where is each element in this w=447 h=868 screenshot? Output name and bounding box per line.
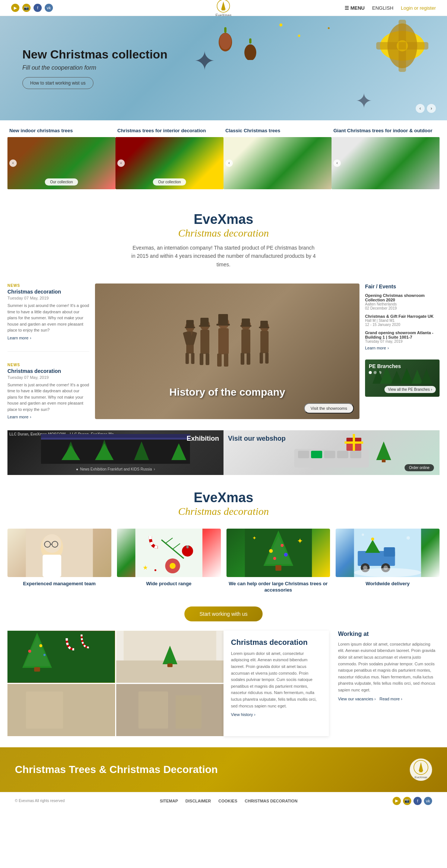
news-tag-0: NEWS: [7, 283, 89, 288]
product-categories: New indoor christmas trees ‹ Our collect…: [0, 120, 447, 197]
vacancies-link[interactable]: View our vacancies ›: [338, 697, 376, 701]
svg-rect-112: [7, 631, 115, 682]
feature-product-range: ★ ● Wide product range: [117, 529, 221, 593]
category-arrow-0[interactable]: ‹: [9, 159, 17, 167]
view-history-link[interactable]: View history ›: [231, 712, 321, 717]
svg-rect-19: [186, 320, 194, 327]
svg-rect-65: [337, 451, 348, 458]
svg-marker-49: [400, 368, 413, 384]
news-title-0[interactable]: Christmas decoration: [7, 289, 89, 295]
bottom-image-2: [116, 631, 224, 683]
learn-more-0[interactable]: Learn more ›: [7, 336, 89, 340]
category-btn-0[interactable]: Our collection: [45, 178, 78, 186]
svg-rect-72: [382, 459, 386, 462]
webshop-title: Visit our webshop: [228, 435, 286, 443]
footer-bottom: © Evexmas All rights reserved SITEMAP DI…: [0, 792, 447, 810]
event-location-1: Hall M | Stand M1: [365, 319, 440, 323]
footer-instagram-icon[interactable]: 📷: [403, 797, 411, 805]
footer-disclaimer[interactable]: DISCLAIMER: [186, 799, 211, 803]
footer-logo[interactable]: EveXmas: [410, 758, 432, 781]
svg-rect-33: [216, 324, 230, 326]
svg-marker-48: [391, 371, 402, 384]
bottom-images-grid: [7, 631, 224, 736]
snowflake-2: ✦: [355, 89, 372, 113]
svg-rect-102: [384, 547, 395, 557]
facebook-icon[interactable]: f: [34, 4, 42, 12]
vk-icon[interactable]: vk: [45, 4, 53, 12]
category-interior-trees[interactable]: Christmas trees for interior decoration …: [115, 128, 224, 189]
read-more-link[interactable]: Read more ›: [380, 697, 402, 701]
hero-next-button[interactable]: ›: [427, 104, 436, 113]
instagram-icon[interactable]: 📷: [22, 4, 31, 12]
svg-rect-43: [265, 352, 269, 364]
brand-intro-section: EveXmas Christmas decoration Evexmas, an…: [0, 197, 447, 276]
hero-cta-button[interactable]: How to start working wist us: [22, 77, 93, 89]
svg-point-89: [169, 563, 175, 569]
svg-rect-23: [200, 353, 203, 365]
event-location-0: Aalten Netherlands: [365, 302, 440, 306]
footer-gold-banner: Christmas Trees & Christmas Decoration E…: [0, 747, 447, 792]
visit-showrooms-button[interactable]: Visit the showrooms: [304, 403, 354, 414]
category-arrow-3[interactable]: ‹: [333, 159, 341, 167]
youtube-icon[interactable]: ▶: [11, 4, 19, 12]
svg-point-11: [244, 44, 256, 60]
category-title-3: Giant Christmas trees for indoor & outdo…: [332, 128, 440, 134]
footer-facebook-icon[interactable]: f: [413, 797, 422, 805]
category-arrow-1[interactable]: ‹: [117, 159, 125, 167]
hero-prev-button[interactable]: ‹: [416, 104, 425, 113]
svg-rect-123: [167, 663, 172, 667]
pe-branches-button[interactable]: View all the PE Branches ›: [384, 386, 436, 393]
svg-rect-39: [240, 325, 251, 327]
svg-marker-71: [376, 441, 391, 460]
news-column: NEWS Christmas decoration Tuesday 07 May…: [7, 283, 89, 419]
hero-decoration: ✦ ✦: [186, 16, 447, 120]
svg-rect-62: [298, 451, 309, 458]
right-column: Fair / Events Opening Christmas showroom…: [365, 283, 440, 419]
exhibition-title: Exhibition: [187, 435, 219, 443]
site-logo[interactable]: EveXmas: [216, 0, 232, 18]
category-title-1: Christmas trees for interior decoration: [115, 128, 224, 134]
feature-img-2: ✦ ✦: [226, 529, 330, 577]
svg-text:✦: ✦: [252, 535, 257, 541]
event-item-2: Grand opening showroom Atlanta - Buildin…: [365, 330, 440, 350]
event-learn-more[interactable]: Learn more ›: [365, 346, 440, 350]
feature-management: Experienced management team: [7, 529, 111, 593]
menu-button[interactable]: ☰ MENU: [345, 5, 365, 11]
category-arrow-2[interactable]: ‹: [225, 159, 233, 167]
footer-youtube-icon[interactable]: ▶: [393, 797, 401, 805]
svg-rect-127: [138, 691, 168, 728]
login-button[interactable]: Login or register: [401, 5, 436, 11]
middle-section: NEWS Christmas decoration Tuesday 07 May…: [0, 276, 447, 427]
news-title-1[interactable]: Christmas decoration: [7, 368, 89, 374]
pinecone-1: [216, 27, 235, 53]
category-giant-trees[interactable]: Giant Christmas trees for indoor & outdo…: [332, 128, 440, 189]
category-classic-trees[interactable]: Classic Christmas trees ‹: [224, 128, 332, 189]
footer-sitemap[interactable]: SITEMAP: [160, 799, 178, 803]
hamburger-icon: ☰: [345, 5, 349, 11]
svg-rect-126: [116, 684, 224, 736]
svg-rect-12: [249, 38, 251, 44]
svg-rect-45: [259, 327, 269, 328]
svg-rect-60: [41, 438, 190, 440]
category-indoor-trees[interactable]: New indoor christmas trees ‹ Our collect…: [7, 128, 115, 189]
order-online-button[interactable]: Order online: [405, 464, 434, 471]
working-text: Lorem ipsum dolor sit amet, consectetur …: [338, 641, 436, 694]
svg-rect-128: [175, 695, 202, 729]
working-at-section: Working at Lorem ipsum dolor sit amet, c…: [335, 631, 440, 736]
footer-christmas-decoration[interactable]: CHRISTMAS DECORATION: [245, 799, 298, 803]
exhibition-subtitle[interactable]: ● News Exhibition Frankfurt and KIDS Rus…: [76, 467, 155, 471]
svg-rect-66: [350, 451, 361, 458]
event-title-2: Grand opening showroom Atlanta - Buildin…: [365, 330, 440, 339]
footer-cookies[interactable]: COOKIES: [218, 799, 237, 803]
category-btn-1[interactable]: Our collection: [153, 178, 186, 186]
xmas-deco-text: Lorem ipsum dolor sit amet, consectetur …: [231, 650, 321, 709]
svg-rect-44: [260, 321, 268, 327]
start-working-button[interactable]: Start working with us: [184, 606, 262, 621]
language-selector[interactable]: ENGLISH: [372, 5, 393, 11]
svg-point-115: [28, 650, 31, 653]
brand-script: Christmas decoration: [7, 227, 440, 239]
svg-point-3: [380, 31, 425, 61]
footer-vk-icon[interactable]: vk: [424, 797, 432, 805]
svg-point-4: [387, 23, 417, 68]
learn-more-1[interactable]: Learn more ›: [7, 415, 89, 419]
